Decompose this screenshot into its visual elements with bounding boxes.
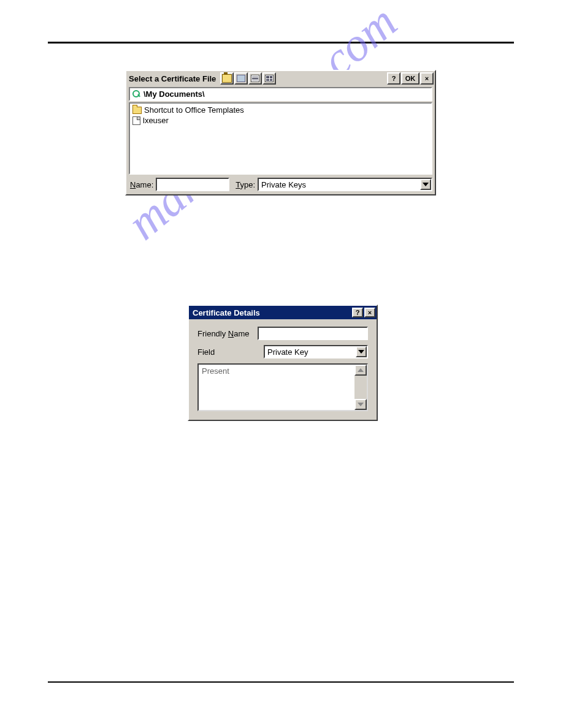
new-folder-icon bbox=[237, 75, 245, 82]
chevron-down-icon bbox=[358, 350, 364, 354]
new-folder-button[interactable] bbox=[234, 72, 248, 85]
textarea-content: Present bbox=[199, 365, 354, 410]
name-input[interactable] bbox=[156, 178, 229, 191]
dialog-footer: Name: Type: Private Keys bbox=[126, 176, 435, 194]
path-bar[interactable]: \My Documents\ bbox=[129, 87, 432, 101]
friendly-name-label: Friendly Name bbox=[197, 329, 258, 338]
name-label: Name: bbox=[130, 180, 153, 189]
friendly-name-input[interactable] bbox=[258, 327, 368, 340]
list-item[interactable]: lxeuser bbox=[131, 115, 430, 126]
chevron-up-icon bbox=[358, 368, 364, 372]
type-value: Private Keys bbox=[261, 180, 306, 189]
file-icon bbox=[132, 116, 140, 125]
dialog-body: Friendly Name Field Private Key Present bbox=[189, 319, 377, 420]
path-text: \My Documents\ bbox=[144, 89, 205, 99]
folder-up-icon bbox=[222, 74, 232, 83]
type-select[interactable]: Private Keys bbox=[258, 178, 432, 191]
list-icon bbox=[251, 75, 259, 82]
field-select[interactable]: Private Key bbox=[264, 345, 368, 358]
chevron-down-icon bbox=[358, 403, 364, 406]
ok-button[interactable]: OK bbox=[401, 72, 419, 85]
search-icon bbox=[132, 90, 141, 99]
dialog-titlebar: Select a Certificate File ? OK × bbox=[126, 71, 435, 86]
view-list-button[interactable] bbox=[248, 72, 262, 85]
dropdown-arrow[interactable] bbox=[420, 179, 431, 190]
divider-bottom bbox=[48, 681, 514, 683]
close-button[interactable]: × bbox=[420, 72, 434, 85]
folder-icon bbox=[132, 107, 142, 114]
help-button[interactable]: ? bbox=[387, 72, 400, 85]
scroll-down-button[interactable] bbox=[354, 399, 367, 410]
field-value: Private Key bbox=[267, 347, 308, 357]
dialog-title: Certificate Details bbox=[193, 308, 260, 317]
type-label: Type: bbox=[236, 180, 255, 189]
divider-top bbox=[48, 42, 514, 44]
dialog-titlebar: Certificate Details ? × bbox=[189, 306, 377, 319]
folder-up-button[interactable] bbox=[220, 72, 234, 85]
view-details-button[interactable] bbox=[262, 72, 276, 85]
details-icon bbox=[265, 75, 274, 82]
list-item-label: lxeuser bbox=[143, 116, 169, 125]
list-item[interactable]: Shortcut to Office Templates bbox=[131, 105, 430, 115]
scroll-up-button[interactable] bbox=[354, 365, 367, 376]
details-textarea[interactable]: Present bbox=[197, 363, 368, 411]
chevron-down-icon bbox=[423, 183, 429, 186]
dialog-title: Select a Certificate File bbox=[129, 74, 216, 83]
file-list[interactable]: Shortcut to Office Templates lxeuser bbox=[129, 102, 432, 175]
select-certificate-dialog: Select a Certificate File ? OK × \My Doc… bbox=[125, 70, 436, 195]
dropdown-arrow[interactable] bbox=[356, 346, 367, 357]
list-item-label: Shortcut to Office Templates bbox=[144, 105, 244, 115]
certificate-details-dialog: Certificate Details ? × Friendly Name Fi… bbox=[188, 305, 378, 421]
close-button[interactable]: × bbox=[364, 308, 375, 317]
scrollbar[interactable] bbox=[354, 365, 367, 410]
field-label: Field bbox=[197, 347, 264, 357]
help-button[interactable]: ? bbox=[352, 308, 363, 317]
